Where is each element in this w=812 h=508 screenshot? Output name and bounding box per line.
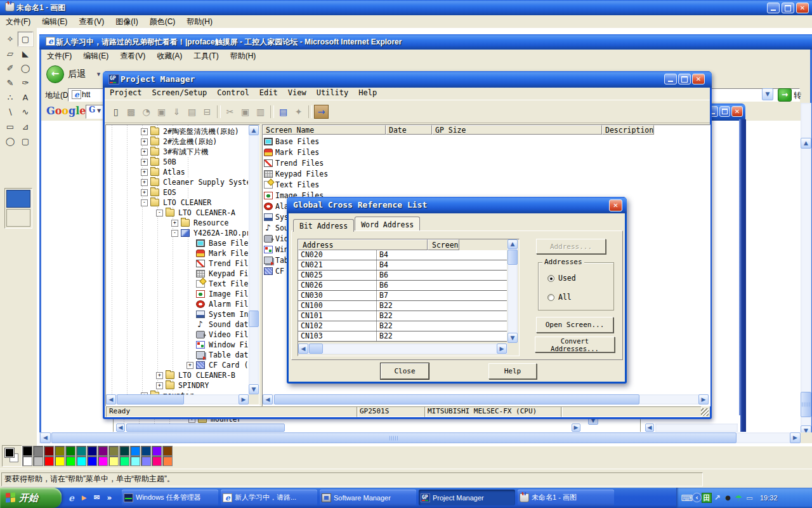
paint-menu-item[interactable]: 编辑(E)	[36, 15, 73, 29]
back-button-label[interactable]: 后退	[68, 69, 86, 80]
expand-toggle-icon[interactable]: +	[141, 159, 148, 166]
tree-item[interactable]: + 2#洗盒機(原始)	[106, 137, 248, 147]
scroll-left-icon[interactable]: ◀	[40, 432, 51, 443]
palette-color[interactable]	[130, 456, 140, 466]
paste-icon[interactable]: ▥	[253, 105, 268, 119]
palette-color[interactable]	[141, 446, 151, 456]
expand-toggle-icon[interactable]: +	[141, 128, 148, 135]
palette-color[interactable]	[152, 446, 162, 456]
quick-launch-ie-icon[interactable]: e	[66, 492, 77, 503]
tree-item[interactable]: + LTO CLEANER-B	[106, 370, 248, 380]
tree-item[interactable]: Keypad Files	[106, 269, 248, 279]
list-column-header[interactable]: Date	[386, 125, 432, 135]
ie-hscroll-thumb[interactable]	[51, 432, 737, 443]
tree-item[interactable]: Alarm Files	[106, 299, 248, 309]
table-column-header[interactable]: Address	[298, 239, 428, 250]
pointer-arrow-icon[interactable]: ↗	[712, 493, 723, 503]
table-hscroll-thumb[interactable]	[309, 344, 323, 354]
tree-item[interactable]: System Infor	[106, 309, 248, 319]
cut-icon[interactable]: ✂	[223, 105, 237, 119]
palette-color[interactable]	[44, 446, 54, 456]
ie-vscroll-thumb[interactable]	[801, 392, 811, 417]
table-row[interactable]: CN030 B7	[298, 291, 507, 301]
scroll-right-icon[interactable]: ▶	[497, 344, 507, 354]
curve-tool[interactable]: ∿	[18, 105, 33, 119]
paint-close-button[interactable]: ✕	[796, 3, 809, 13]
palette-color[interactable]	[44, 456, 54, 466]
tree-item[interactable]: + EOS	[106, 187, 248, 197]
palette-color[interactable]	[87, 456, 97, 466]
list-item[interactable]: Mark Files	[263, 147, 709, 157]
expand-toggle-icon[interactable]: +	[187, 362, 193, 369]
go-icon[interactable]: →	[778, 88, 792, 102]
ellipse-tool[interactable]: ◯	[3, 134, 18, 149]
opaque-option[interactable]	[6, 190, 30, 208]
table-hscrollbar[interactable]: ◀ ▶	[298, 344, 508, 354]
dialog-tab[interactable]: Bit Address	[293, 219, 354, 232]
rear-hscroll-thumb[interactable]	[126, 424, 285, 432]
tree-item[interactable]: + Cleaner Supply System	[106, 177, 248, 187]
palette-color[interactable]	[76, 456, 86, 466]
alarm-editor-icon[interactable]: ◔	[139, 105, 154, 119]
eraser-tool[interactable]: ▱	[3, 46, 18, 61]
palette-color[interactable]	[98, 446, 108, 456]
expand-toggle-icon[interactable]: +	[156, 372, 163, 379]
palette-color[interactable]	[130, 446, 140, 456]
tree-hscroll-thumb[interactable]	[117, 394, 184, 404]
table-row[interactable]: CN103 B22	[298, 331, 507, 342]
palette-color[interactable]	[141, 456, 151, 466]
table-row[interactable]: CN100 B22	[298, 301, 507, 311]
pm-titlebar[interactable]: Project Manager ✕	[103, 71, 712, 88]
tree-item[interactable]: + 50B	[106, 157, 248, 167]
expand-toggle-icon[interactable]: +	[156, 382, 163, 389]
table-row[interactable]: CN020 B4	[298, 250, 507, 260]
palette-color[interactable]	[87, 446, 97, 456]
pm-menu-item[interactable]: View	[283, 88, 311, 98]
task-button[interactable]: 新人学习中，请路...	[221, 490, 317, 505]
copy-screens-icon[interactable]: ▣	[154, 105, 169, 119]
magnifier-tool[interactable]: ◯	[18, 61, 33, 76]
list-item[interactable]: Base Files	[263, 136, 709, 147]
tree-item[interactable]: + Resource	[106, 218, 248, 228]
palette-color[interactable]	[22, 456, 32, 466]
palette-color[interactable]	[152, 456, 162, 466]
pm-menu-item[interactable]: Control	[212, 88, 254, 98]
pm-maximize-button[interactable]	[678, 74, 691, 84]
paint-menu-item[interactable]: 查看(V)	[73, 15, 110, 29]
scroll-right-icon[interactable]: ▶	[790, 432, 801, 443]
load-screens-icon[interactable]: ⇓	[169, 105, 184, 119]
collapse-chevron-icon[interactable]: ‹	[692, 493, 702, 502]
toolbar-separator[interactable]	[270, 105, 274, 118]
ie-hscrollbar[interactable]: ◀ ▶	[39, 432, 812, 443]
list-column-header[interactable]: GP Size	[432, 125, 602, 135]
expand-toggle-icon[interactable]: -	[171, 230, 178, 237]
transfer-exit-icon[interactable]: →	[314, 105, 329, 119]
tree-vscrollbar[interactable]: ▲ ▼	[249, 125, 259, 394]
close-button[interactable]: Close	[381, 363, 429, 379]
select-tool[interactable]: ▢	[18, 32, 33, 46]
input-method-icon[interactable]: 田	[702, 493, 712, 503]
brush-tool[interactable]: ✑	[18, 76, 33, 90]
scroll-left-icon[interactable]: ◀	[106, 394, 116, 404]
scroll-down-icon[interactable]: ▼	[249, 384, 259, 394]
pm-menu-item[interactable]: Edit	[254, 88, 283, 98]
new-screen-icon[interactable]: ▯	[108, 105, 123, 119]
paint-menu-item[interactable]: 图像(I)	[110, 15, 143, 29]
table-row[interactable]: CN025 B6	[298, 271, 507, 281]
radio-option[interactable]: Used	[547, 272, 613, 284]
help-button[interactable]: Help	[488, 363, 537, 379]
table-row[interactable]: CN026 B6	[298, 281, 507, 291]
palette-color[interactable]	[33, 446, 43, 456]
list-item[interactable]: Keypad Files	[263, 168, 709, 179]
list-hscrollbar[interactable]: ◀ ▶	[263, 394, 709, 404]
radio-option[interactable]: All	[547, 291, 613, 304]
rounded-rect-tool[interactable]: ▢	[18, 134, 33, 149]
transparent-option[interactable]	[6, 209, 30, 227]
address-button[interactable]: Address...	[536, 239, 606, 254]
palette-color[interactable]	[108, 456, 119, 466]
scroll-up-icon[interactable]: ▲	[249, 125, 259, 135]
tree-item[interactable]: + 2#陶瓷盤清洗機(原始)	[106, 126, 248, 137]
ie-menu-item[interactable]: 查看(V)	[114, 50, 151, 64]
palette-color[interactable]	[108, 446, 119, 456]
palette-color[interactable]	[65, 456, 75, 466]
